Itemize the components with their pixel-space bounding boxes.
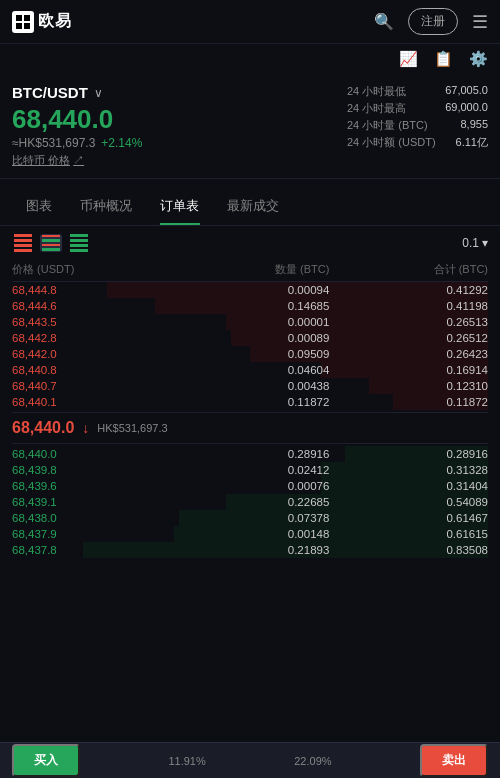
external-link[interactable]: ↗ bbox=[73, 154, 84, 166]
tabs: 图表 币种概况 订单表 最新成交 bbox=[0, 187, 500, 226]
sell-order-row: 68,440.7 0.00438 0.12310 bbox=[12, 378, 488, 394]
settings-icon[interactable]: ⚙️ bbox=[469, 50, 488, 68]
view-both-icon[interactable] bbox=[40, 234, 62, 252]
sell-price: 68,443.5 bbox=[12, 316, 171, 328]
buy-price: 68,437.9 bbox=[12, 528, 171, 540]
buy-total: 0.61467 bbox=[329, 512, 488, 524]
svg-rect-0 bbox=[12, 11, 34, 33]
buy-total: 0.54089 bbox=[329, 496, 488, 508]
sell-total: 0.26512 bbox=[329, 332, 488, 344]
buy-total: 0.83508 bbox=[329, 544, 488, 556]
price-section: BTC/USDT ∨ 68,440.0 ≈HK$531,697.3 +2.14%… bbox=[0, 74, 500, 179]
buy-orders: 68,440.0 0.28916 0.28916 68,439.8 0.0241… bbox=[12, 446, 488, 558]
buy-order-row: 68,438.0 0.07378 0.61467 bbox=[12, 510, 488, 526]
hk-price: ≈HK$531,697.3 bbox=[12, 136, 95, 150]
vol-btc-label: 24 小时量 (BTC) bbox=[347, 118, 428, 133]
buy-price: 68,439.6 bbox=[12, 480, 171, 492]
bottom-bar: 买入 11.91% 22.09% 卖出 bbox=[0, 742, 500, 778]
buy-qty: 0.21893 bbox=[171, 544, 330, 556]
tab-chart[interactable]: 图表 bbox=[12, 187, 66, 225]
decimal-selector[interactable]: 0.1 ▾ bbox=[462, 236, 488, 250]
vol-usdt-value: 6.11亿 bbox=[456, 135, 488, 150]
logo-icon bbox=[12, 11, 34, 33]
sell-order-row: 68,444.6 0.14685 0.41198 bbox=[12, 298, 488, 314]
header-actions: 🔍 注册 ☰ bbox=[374, 8, 488, 35]
buy-qty: 0.07378 bbox=[171, 512, 330, 524]
buy-order-row: 68,437.9 0.00148 0.61615 bbox=[12, 526, 488, 542]
coin-label: 比特币 价格 ↗ bbox=[12, 153, 142, 168]
buy-price: 68,439.1 bbox=[12, 496, 171, 508]
col-total: 合计 (BTC) bbox=[329, 262, 488, 277]
sell-price: 68,442.8 bbox=[12, 332, 171, 344]
sell-qty: 0.09509 bbox=[171, 348, 330, 360]
header: 欧易 🔍 注册 ☰ bbox=[0, 0, 500, 44]
sell-total: 0.12310 bbox=[329, 380, 488, 392]
buy-qty: 0.02412 bbox=[171, 464, 330, 476]
sell-price: 68,444.8 bbox=[12, 284, 171, 296]
sell-price: 68,442.0 bbox=[12, 348, 171, 360]
buy-price: 68,440.0 bbox=[12, 448, 171, 460]
sell-total: 0.16914 bbox=[329, 364, 488, 376]
col-qty: 数量 (BTC) bbox=[171, 262, 330, 277]
sell-price: 68,440.8 bbox=[12, 364, 171, 376]
buy-qty: 0.00148 bbox=[171, 528, 330, 540]
logo: 欧易 bbox=[12, 11, 72, 33]
mid-direction: ↓ bbox=[82, 420, 89, 436]
register-button[interactable]: 注册 bbox=[408, 8, 458, 35]
buy-total: 0.61615 bbox=[329, 528, 488, 540]
mid-hk-price: HK$531,697.3 bbox=[97, 422, 167, 434]
svg-rect-1 bbox=[16, 15, 22, 21]
buy-qty: 0.22685 bbox=[171, 496, 330, 508]
sell-total: 0.41198 bbox=[329, 300, 488, 312]
sell-orders: 68,444.8 0.00094 0.41292 68,444.6 0.1468… bbox=[12, 282, 488, 410]
search-icon[interactable]: 🔍 bbox=[374, 12, 394, 31]
tab-trades[interactable]: 最新成交 bbox=[213, 187, 293, 225]
view-icons bbox=[12, 234, 90, 252]
sell-price: 68,444.6 bbox=[12, 300, 171, 312]
pair-dropdown[interactable]: ∨ bbox=[94, 86, 103, 100]
view-sell-icon[interactable] bbox=[12, 234, 34, 252]
sell-price: 68,440.1 bbox=[12, 396, 171, 408]
sell-button[interactable]: 卖出 bbox=[420, 744, 488, 777]
sell-order-row: 68,443.5 0.00001 0.26513 bbox=[12, 314, 488, 330]
sell-qty: 0.11872 bbox=[171, 396, 330, 408]
view-buy-icon[interactable] bbox=[68, 234, 90, 252]
buy-price: 68,439.8 bbox=[12, 464, 171, 476]
buy-total: 0.31328 bbox=[329, 464, 488, 476]
sell-pct: 22.09% bbox=[294, 755, 331, 767]
buy-button[interactable]: 买入 bbox=[12, 744, 80, 777]
chart-icon[interactable]: 📈 bbox=[399, 50, 418, 68]
svg-rect-3 bbox=[16, 23, 22, 29]
sell-order-row: 68,440.8 0.04604 0.16914 bbox=[12, 362, 488, 378]
buy-total: 0.31404 bbox=[329, 480, 488, 492]
sell-order-row: 68,442.0 0.09509 0.26423 bbox=[12, 346, 488, 362]
svg-rect-4 bbox=[24, 23, 30, 29]
high-label: 24 小时最高 bbox=[347, 101, 406, 116]
buy-total: 0.28916 bbox=[329, 448, 488, 460]
vol-usdt-label: 24 小时额 (USDT) bbox=[347, 135, 436, 150]
tab-overview[interactable]: 币种概况 bbox=[66, 187, 146, 225]
col-price: 价格 (USDT) bbox=[12, 262, 171, 277]
high-value: 69,000.0 bbox=[445, 101, 488, 116]
buy-qty: 0.28916 bbox=[171, 448, 330, 460]
buy-qty: 0.00076 bbox=[171, 480, 330, 492]
buy-order-row: 68,439.8 0.02412 0.31328 bbox=[12, 462, 488, 478]
table-icon[interactable]: 📋 bbox=[434, 50, 453, 68]
buy-order-row: 68,437.8 0.21893 0.83508 bbox=[12, 542, 488, 558]
buy-price: 68,437.8 bbox=[12, 544, 171, 556]
logo-text: 欧易 bbox=[38, 11, 72, 32]
menu-icon[interactable]: ☰ bbox=[472, 11, 488, 33]
low-value: 67,005.0 bbox=[445, 84, 488, 99]
order-book: 0.1 ▾ 价格 (USDT) 数量 (BTC) 合计 (BTC) 68,444… bbox=[0, 226, 500, 558]
sell-total: 0.11872 bbox=[329, 396, 488, 408]
buy-order-row: 68,439.1 0.22685 0.54089 bbox=[12, 494, 488, 510]
low-label: 24 小时最低 bbox=[347, 84, 406, 99]
sell-qty: 0.00089 bbox=[171, 332, 330, 344]
sell-qty: 0.00094 bbox=[171, 284, 330, 296]
tab-orderbook[interactable]: 订单表 bbox=[146, 187, 213, 225]
sell-total: 0.26513 bbox=[329, 316, 488, 328]
ob-col-headers: 价格 (USDT) 数量 (BTC) 合计 (BTC) bbox=[12, 260, 488, 282]
sell-price: 68,440.7 bbox=[12, 380, 171, 392]
sell-order-row: 68,444.8 0.00094 0.41292 bbox=[12, 282, 488, 298]
sell-order-row: 68,440.1 0.11872 0.11872 bbox=[12, 394, 488, 410]
